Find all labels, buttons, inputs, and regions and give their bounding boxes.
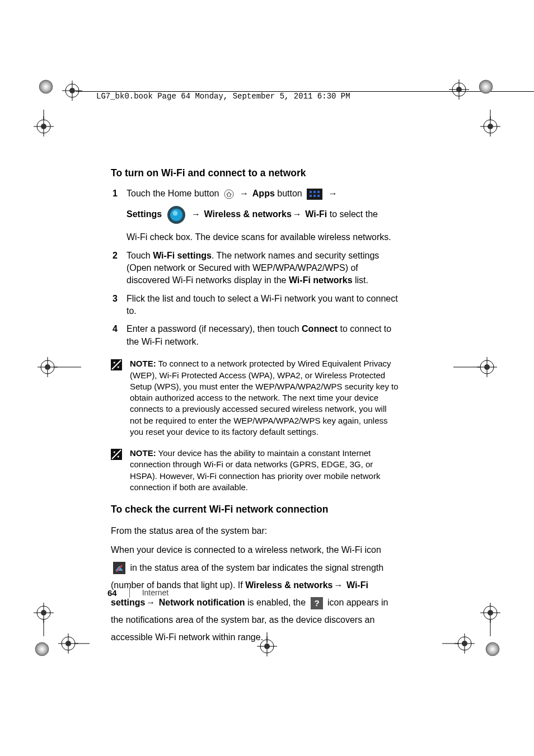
step-body: Enter a password (if necessary), then to… [127, 323, 400, 348]
svg-point-36 [62, 637, 75, 650]
step-body: Touch the Home button → Apps button → Se… [127, 187, 400, 244]
settings-icon [167, 205, 186, 224]
step-3: 3 Flick the list and touch to select a W… [111, 293, 400, 318]
step-2: 2 Touch Wi-Fi settings. The network name… [111, 250, 400, 287]
svg-rect-58 [307, 189, 322, 200]
wireless-networks-label: Wireless & networks [204, 209, 291, 219]
wifi-networks-label: Wi-Fi networks [289, 275, 353, 285]
footer-separator [129, 588, 130, 598]
heading-turn-on-wifi: To turn on Wi-Fi and connect to a networ… [111, 167, 400, 180]
text: button [277, 189, 305, 198]
steps-list: 1 Touch the Home button → Apps button → [111, 187, 400, 349]
svg-point-46 [484, 606, 497, 619]
note-icon [111, 449, 122, 460]
text: When your device is connected to a wirel… [111, 545, 381, 555]
register-mark-icon [439, 78, 495, 118]
note-text: To connect to a network protected by Wir… [130, 359, 399, 436]
svg-point-49 [488, 610, 493, 616]
svg-rect-59 [310, 191, 312, 193]
svg-text:?: ? [314, 598, 319, 608]
apps-grid-icon [307, 189, 322, 200]
note-block: NOTE: To connect to a network protected … [111, 358, 400, 438]
note-icon [111, 359, 122, 370]
svg-point-35 [35, 642, 49, 656]
text: Enter a password (if necessary), then to… [127, 324, 302, 334]
settings-label: Settings [127, 209, 162, 219]
register-mark-icon [453, 356, 498, 378]
wifi-question-icon: ? [311, 597, 323, 609]
svg-point-0 [39, 80, 53, 93]
svg-point-16 [484, 120, 497, 133]
svg-point-52 [458, 637, 471, 650]
network-notification-label: Network notification [159, 598, 245, 607]
text: is enabled, the [245, 598, 308, 607]
apps-label: Apps [252, 189, 275, 198]
wifi-signal-icon [113, 562, 125, 574]
register-mark-icon [27, 110, 60, 149]
svg-rect-63 [313, 195, 316, 197]
svg-point-29 [484, 364, 490, 370]
svg-rect-64 [317, 195, 320, 197]
check-section: From the status area of the system bar: … [111, 524, 400, 646]
note-body: NOTE: To connect to a network protected … [130, 358, 400, 438]
arrow-icon: → [329, 189, 338, 198]
page-number: 64 [107, 588, 117, 598]
wifi-label: Wi-Fi [305, 209, 327, 219]
page-footer: 64 Internet [107, 588, 168, 598]
step-4: 4 Enter a password (if necessary), then … [111, 323, 400, 348]
step-body: Touch Wi-Fi settings. The network names … [127, 250, 400, 287]
connect-label: Connect [302, 324, 338, 334]
svg-point-9 [41, 124, 46, 129]
wireless-networks-label: Wireless & networks [245, 580, 332, 590]
svg-point-30 [37, 606, 50, 619]
register-mark-icon [36, 356, 81, 378]
note-body: NOTE: Your device has the ability to mai… [130, 448, 400, 493]
home-icon [224, 189, 234, 199]
svg-point-20 [41, 360, 54, 374]
svg-point-33 [41, 610, 46, 616]
crop-header-text: LG7_bk0.book Page 64 Monday, September 5… [96, 92, 354, 101]
text: Touch [127, 251, 153, 260]
svg-point-56 [486, 642, 499, 656]
register-mark-icon [38, 78, 88, 118]
svg-rect-62 [310, 195, 312, 197]
svg-point-19 [488, 124, 493, 129]
svg-rect-60 [313, 191, 316, 193]
arrow-icon: → [191, 209, 203, 219]
text: From the status area of the system bar: [111, 524, 400, 538]
step-number: 4 [111, 323, 118, 335]
svg-point-6 [37, 120, 50, 133]
page-content: To turn on Wi-Fi and connect to a networ… [111, 167, 400, 646]
svg-rect-61 [317, 191, 320, 193]
text: Wi-Fi check box. The device scans for av… [127, 231, 400, 243]
svg-point-39 [65, 641, 71, 646]
arrow-icon: → [334, 580, 345, 590]
arrow-icon: → [293, 209, 304, 219]
text: list. [353, 275, 368, 285]
arrow-icon: → [146, 598, 157, 607]
arrow-icon: → [240, 189, 251, 198]
svg-point-4 [69, 88, 75, 93]
note-label: NOTE: [130, 359, 156, 368]
register-mark-icon [442, 632, 504, 660]
heading-check-wifi: To check the current Wi-Fi network conne… [111, 503, 400, 516]
text: Flick the list and touch to select a Wi-… [127, 293, 400, 318]
register-mark-icon [474, 110, 507, 149]
register-mark-icon [27, 602, 60, 641]
text: Touch the Home button [127, 189, 222, 198]
register-mark-icon [34, 632, 90, 660]
footer-section-name: Internet [142, 588, 168, 597]
note-text: Your device has the ability to maintain … [130, 448, 380, 492]
text: to select the [330, 209, 378, 219]
register-mark-icon [474, 602, 507, 641]
wifi-settings-label: Wi-Fi settings [153, 251, 212, 260]
step-1: 1 Touch the Home button → Apps button → [111, 187, 400, 244]
svg-point-1 [65, 84, 79, 97]
svg-point-57 [224, 190, 233, 199]
svg-point-10 [452, 83, 466, 96]
svg-point-23 [45, 364, 50, 370]
step-number: 2 [111, 250, 118, 262]
step-number: 3 [111, 293, 118, 305]
note-label: NOTE: [130, 448, 156, 458]
svg-point-26 [480, 360, 494, 374]
